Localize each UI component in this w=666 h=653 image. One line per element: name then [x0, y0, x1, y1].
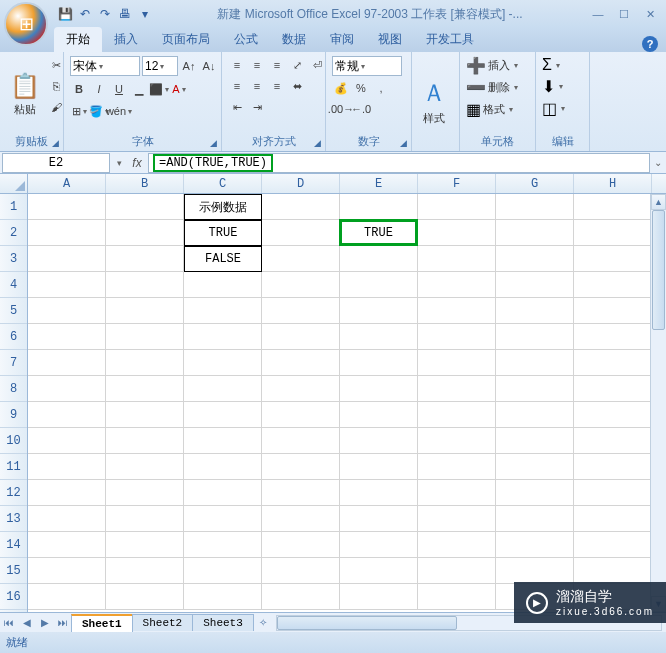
cell-F11[interactable] [418, 454, 496, 480]
row-header-15[interactable]: 15 [0, 558, 27, 584]
col-header-E[interactable]: E [340, 174, 418, 193]
bold-button[interactable]: B [70, 80, 88, 98]
cell-B5[interactable] [106, 298, 184, 324]
insert-cells-button[interactable]: ➕插入▾ [466, 56, 518, 75]
new-sheet-button[interactable]: ✧ [254, 614, 272, 632]
cell-F16[interactable] [418, 584, 496, 610]
cell-D15[interactable] [262, 558, 340, 584]
cell-G5[interactable] [496, 298, 574, 324]
font-size-combo[interactable]: 12▾ [142, 56, 178, 76]
cell-F14[interactable] [418, 532, 496, 558]
number-format-combo[interactable]: 常规▾ [332, 56, 402, 76]
cell-F4[interactable] [418, 272, 496, 298]
increase-indent-icon[interactable]: ⇥ [248, 98, 266, 116]
alignment-launcher[interactable]: ◢ [311, 137, 323, 149]
cell-G4[interactable] [496, 272, 574, 298]
cell-A15[interactable] [28, 558, 106, 584]
help-icon[interactable]: ? [642, 36, 658, 52]
cell-G1[interactable] [496, 194, 574, 220]
row-header-4[interactable]: 4 [0, 272, 27, 298]
cell-C9[interactable] [184, 402, 262, 428]
sheet-nav-next[interactable]: ▶ [36, 614, 54, 632]
print-icon[interactable]: 🖶 [116, 5, 134, 23]
cell-A12[interactable] [28, 480, 106, 506]
tab-home[interactable]: 开始 [54, 27, 102, 52]
font-name-combo[interactable]: 宋体▾ [70, 56, 140, 76]
cell-F2[interactable] [418, 220, 496, 246]
cell-E11[interactable] [340, 454, 418, 480]
cell-A11[interactable] [28, 454, 106, 480]
row-header-8[interactable]: 8 [0, 376, 27, 402]
cell-E4[interactable] [340, 272, 418, 298]
cell-E5[interactable] [340, 298, 418, 324]
row-header-13[interactable]: 13 [0, 506, 27, 532]
cell-A2[interactable] [28, 220, 106, 246]
cell-E3[interactable] [340, 246, 418, 272]
cell-E16[interactable] [340, 584, 418, 610]
cell-E12[interactable] [340, 480, 418, 506]
percent-icon[interactable]: % [352, 79, 370, 97]
cell-B11[interactable] [106, 454, 184, 480]
hscroll-thumb[interactable] [277, 616, 457, 630]
cell-C7[interactable] [184, 350, 262, 376]
cell-F15[interactable] [418, 558, 496, 584]
cell-C8[interactable] [184, 376, 262, 402]
col-header-A[interactable]: A [28, 174, 106, 193]
cell-D13[interactable] [262, 506, 340, 532]
cell-E15[interactable] [340, 558, 418, 584]
clipboard-launcher[interactable]: ◢ [49, 137, 61, 149]
cell-F3[interactable] [418, 246, 496, 272]
cell-H14[interactable] [574, 532, 652, 558]
cell-G13[interactable] [496, 506, 574, 532]
cell-B2[interactable] [106, 220, 184, 246]
cell-G10[interactable] [496, 428, 574, 454]
cell-C13[interactable] [184, 506, 262, 532]
cell-G6[interactable] [496, 324, 574, 350]
cell-F8[interactable] [418, 376, 496, 402]
col-header-C[interactable]: C [184, 174, 262, 193]
cell-A13[interactable] [28, 506, 106, 532]
fill-button[interactable]: ⬇▾ [542, 77, 565, 96]
copy-icon[interactable]: ⎘ [47, 77, 65, 95]
styles-button[interactable]: Ａ 样式 [418, 56, 450, 147]
currency-icon[interactable]: 💰 [332, 79, 350, 97]
font-color-icon[interactable]: A▾ [170, 80, 188, 98]
cell-H5[interactable] [574, 298, 652, 324]
row-header-6[interactable]: 6 [0, 324, 27, 350]
cell-C5[interactable] [184, 298, 262, 324]
cell-G15[interactable] [496, 558, 574, 584]
cell-H12[interactable] [574, 480, 652, 506]
name-box[interactable]: E2 [2, 153, 110, 173]
cell-C1[interactable]: 示例数据 [184, 194, 262, 220]
row-header-3[interactable]: 3 [0, 246, 27, 272]
cell-F1[interactable] [418, 194, 496, 220]
cell-H15[interactable] [574, 558, 652, 584]
font-launcher[interactable]: ◢ [207, 137, 219, 149]
cell-F7[interactable] [418, 350, 496, 376]
cell-C10[interactable] [184, 428, 262, 454]
cell-F13[interactable] [418, 506, 496, 532]
comma-icon[interactable]: , [372, 79, 390, 97]
cell-A3[interactable] [28, 246, 106, 272]
row-header-2[interactable]: 2 [0, 220, 27, 246]
cell-H1[interactable] [574, 194, 652, 220]
formula-input[interactable]: =AND(TRUE,TRUE) [148, 153, 650, 173]
borders-icon[interactable]: ⊞▾ [70, 102, 88, 120]
cell-H7[interactable] [574, 350, 652, 376]
row-header-1[interactable]: 1 [0, 194, 27, 220]
name-box-dropdown[interactable]: ▾ [112, 158, 126, 168]
cell-G11[interactable] [496, 454, 574, 480]
col-header-F[interactable]: F [418, 174, 496, 193]
cell-D7[interactable] [262, 350, 340, 376]
cell-G14[interactable] [496, 532, 574, 558]
cell-B15[interactable] [106, 558, 184, 584]
paste-button[interactable]: 📋 粘贴 [6, 56, 44, 132]
align-bottom-icon[interactable]: ≡ [268, 56, 286, 74]
col-header-G[interactable]: G [496, 174, 574, 193]
cell-H10[interactable] [574, 428, 652, 454]
format-cells-button[interactable]: ▦格式▾ [466, 100, 518, 119]
cell-D16[interactable] [262, 584, 340, 610]
decrease-indent-icon[interactable]: ⇤ [228, 98, 246, 116]
cell-E6[interactable] [340, 324, 418, 350]
scroll-up-button[interactable]: ▲ [651, 194, 666, 210]
